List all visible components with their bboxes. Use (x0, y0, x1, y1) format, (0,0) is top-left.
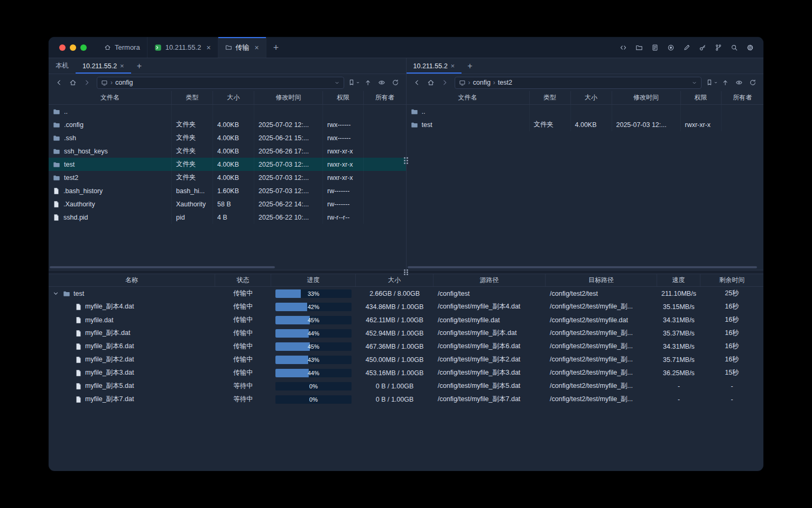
close-tab-icon[interactable]: × (120, 62, 124, 69)
right-panel-new-tab-button[interactable]: + (462, 58, 478, 74)
close-tab-icon[interactable]: × (255, 44, 259, 51)
left-panel-tab-host[interactable]: 10.211.55.2 × (76, 58, 131, 74)
left-panel-new-tab-button[interactable]: + (131, 58, 147, 74)
column-header[interactable]: 权限 (323, 91, 364, 104)
close-tab-icon[interactable]: × (206, 44, 210, 51)
column-header[interactable]: 大小 (356, 274, 433, 286)
file-row[interactable]: ssh_host_keys 文件夹 4.00KB 2025-06-26 17:.… (49, 144, 406, 158)
column-header[interactable]: 类型 (530, 91, 571, 104)
column-header[interactable]: 源路径 (433, 274, 546, 286)
window-tab-transfer[interactable]: 传输 × (218, 37, 266, 58)
progress-label: 43% (275, 356, 352, 364)
transfer-target-path: /config/test2/test (546, 287, 657, 300)
close-tab-icon[interactable]: × (451, 62, 455, 69)
transfer-row[interactable]: test 传输中 33% 2.66GB / 8.00GB /config/tes… (49, 287, 763, 300)
file-name: test2 (64, 174, 78, 182)
zoom-window-button[interactable] (80, 44, 87, 51)
settings-icon[interactable] (743, 41, 757, 55)
file-icon (75, 356, 82, 364)
transfer-row[interactable]: myfile_副本.dat 传输中 44% 452.94MB / 1.00GB … (49, 326, 763, 340)
column-header[interactable]: 进度 (271, 274, 356, 286)
column-header[interactable]: 剩余时间 (700, 274, 763, 286)
column-header[interactable]: 大小 (213, 91, 254, 104)
key-icon[interactable] (696, 41, 709, 55)
panel-splitter[interactable] (406, 58, 407, 270)
new-window-tab-button[interactable]: + (266, 37, 286, 58)
branch-icon[interactable] (712, 41, 725, 55)
transfer-target-path: /config/test2/test/myfile_副... (546, 393, 657, 406)
home-button[interactable] (425, 76, 437, 89)
column-header[interactable]: 状态 (215, 274, 271, 286)
column-header[interactable]: 权限 (681, 91, 722, 104)
show-hidden-button[interactable] (733, 76, 745, 89)
window-tab-termora[interactable]: Termora (97, 37, 147, 58)
forward-button[interactable] (80, 76, 93, 89)
edit-icon[interactable] (680, 41, 694, 55)
column-header[interactable]: 所有者 (364, 91, 406, 104)
column-header[interactable]: 所有者 (722, 91, 764, 104)
path-breadcrumb[interactable]: ›config›test2 (455, 77, 702, 89)
file-icon (53, 187, 60, 195)
breadcrumb-segment[interactable]: test2 (498, 79, 512, 86)
minimize-window-button[interactable] (70, 44, 76, 51)
file-row[interactable]: .Xauthority Xauthority 58 B 2025-06-22 1… (49, 197, 406, 211)
back-button[interactable] (53, 76, 66, 89)
file-row[interactable]: test 文件夹 4.00KB 2025-07-03 12:... rwxr-x… (49, 158, 406, 171)
window-tab-host[interactable]: 10.211.55.2 × (147, 37, 218, 58)
back-button[interactable] (411, 76, 423, 89)
refresh-button[interactable] (746, 76, 759, 89)
file-row[interactable]: .bash_history bash_hi... 1.60KB 2025-07-… (49, 184, 406, 197)
transfer-row[interactable]: myfile_副本4.dat 传输中 42% 434.86MB / 1.00GB… (49, 300, 763, 313)
transfer-row[interactable]: myfile.dat 传输中 45% 462.11MB / 1.00GB /co… (49, 313, 763, 326)
forward-button[interactable] (438, 76, 451, 89)
chevron-down-icon[interactable] (334, 80, 340, 86)
log-icon[interactable] (648, 41, 662, 55)
show-hidden-button[interactable] (375, 76, 388, 89)
search-icon[interactable] (727, 41, 741, 55)
column-header[interactable]: 文件名 (407, 91, 530, 104)
column-header[interactable]: 文件名 (49, 91, 172, 104)
right-panel-tab-host[interactable]: 10.211.55.2 × (407, 58, 462, 74)
transfer-row[interactable]: myfile_副本5.dat 等待中 0% 0 B / 1.00GB /conf… (49, 379, 763, 393)
chevron-down-icon[interactable] (53, 291, 59, 296)
file-row[interactable]: test2 文件夹 4.00KB 2025-07-03 12:... rwxr-… (49, 171, 406, 184)
column-header[interactable]: 目标路径 (546, 274, 657, 286)
up-button[interactable] (719, 76, 732, 89)
right-horizontal-scrollbar[interactable] (407, 265, 764, 270)
chevron-down-icon[interactable] (691, 80, 697, 86)
close-window-button[interactable] (59, 44, 66, 51)
path-breadcrumb[interactable]: ›config (97, 77, 344, 89)
column-header[interactable]: 速度 (657, 274, 700, 286)
home-button[interactable] (67, 76, 79, 89)
file-row[interactable]: sshd.pid pid 4 B 2025-06-22 10:... rw-r-… (49, 211, 406, 224)
file-row[interactable]: test 文件夹 4.00KB 2025-07-03 12:... rwxr-x… (407, 118, 764, 131)
file-row[interactable]: .config 文件夹 4.00KB 2025-07-02 12:... rwx… (49, 118, 406, 131)
scrollbar-thumb[interactable] (50, 266, 275, 268)
left-panel-tab-local[interactable]: 本机 (49, 58, 76, 74)
transfer-row[interactable]: myfile_副本7.dat 等待中 0% 0 B / 1.00GB /conf… (49, 393, 763, 406)
transfer-row[interactable]: myfile_副本3.dat 传输中 44% 453.16MB / 1.00GB… (49, 366, 763, 379)
scrollbar-thumb[interactable] (408, 266, 758, 268)
refresh-button[interactable] (389, 76, 402, 89)
breadcrumb-segment[interactable]: config (473, 79, 491, 86)
column-header[interactable]: 修改时间 (612, 91, 681, 104)
file-owner (722, 105, 764, 118)
column-header[interactable]: 名称 (49, 274, 215, 286)
column-header[interactable]: 类型 (172, 91, 213, 104)
file-row[interactable]: .. (49, 105, 406, 118)
folder-icon[interactable] (632, 41, 646, 55)
bookmark-button[interactable] (705, 76, 718, 89)
breadcrumb-segment[interactable]: config (115, 79, 133, 86)
up-button[interactable] (362, 76, 374, 89)
transfer-row[interactable]: myfile_副本2.dat 传输中 43% 450.00MB / 1.00GB… (49, 353, 763, 366)
transfer-row[interactable]: myfile_副本6.dat 传输中 45% 467.36MB / 1.00GB… (49, 340, 763, 353)
left-horizontal-scrollbar[interactable] (49, 265, 406, 270)
bookmark-button[interactable] (348, 76, 361, 89)
code-icon[interactable] (616, 41, 630, 55)
file-row[interactable]: .ssh 文件夹 4.00KB 2025-06-21 15:... rwx---… (49, 131, 406, 144)
transfer-splitter[interactable] (49, 270, 763, 274)
file-row[interactable]: .. (407, 105, 764, 118)
column-header[interactable]: 修改时间 (254, 91, 323, 104)
column-header[interactable]: 大小 (571, 91, 612, 104)
record-icon[interactable] (664, 41, 678, 55)
